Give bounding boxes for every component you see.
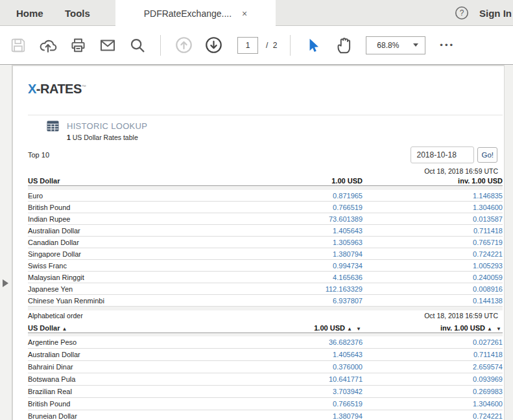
page-number-input[interactable] — [237, 37, 258, 54]
inverse-rate-link[interactable]: 0.711418 — [363, 351, 503, 358]
usd-rate-link[interactable]: 1.305963 — [265, 239, 363, 246]
top10-table-body: Euro 0.871965 1.146835 British Pound 0.7… — [28, 190, 503, 307]
inverse-rate-link[interactable]: 0.013587 — [363, 215, 503, 223]
inverse-rate-link[interactable]: 0.027261 — [363, 338, 503, 346]
inverse-rate-link[interactable]: 2.659574 — [363, 363, 503, 371]
section-subtitle: 1 US Dollar Rates table — [28, 134, 503, 142]
column-header-inverse-sortable[interactable]: inv. 1.00 USD▲ ▼ — [363, 324, 503, 332]
table-count: 1 — [67, 134, 71, 141]
expand-panel-icon[interactable] — [3, 279, 8, 287]
inverse-rate-link[interactable]: 1.304600 — [363, 400, 503, 408]
usd-rate-link[interactable]: 1.380794 — [265, 412, 363, 420]
table-row: Australian Dollar 1.405643 0.711418 — [28, 349, 503, 361]
usd-rate-link[interactable]: 1.405643 — [265, 227, 363, 235]
date-input[interactable] — [411, 146, 474, 163]
table-row: Canadian Dollar 1.305963 0.765719 — [28, 237, 503, 248]
usd-rate-link[interactable]: 36.682376 — [265, 338, 363, 346]
inverse-rate-link[interactable]: 0.144138 — [363, 297, 503, 305]
table-row: Bahraini Dinar 0.376000 2.659574 — [28, 361, 503, 373]
table-row: Singapore Dollar 1.380794 0.724221 — [28, 248, 503, 260]
currency-name: Euro — [28, 192, 265, 200]
usd-rate-link[interactable]: 0.871965 — [265, 192, 363, 200]
usd-rate-link[interactable]: 6.937807 — [265, 297, 363, 305]
tab-tools[interactable]: Tools — [65, 0, 90, 26]
toolbar: / 2 68.8% ••• — [0, 26, 513, 65]
search-button[interactable] — [126, 34, 149, 56]
inverse-rate-link[interactable]: 0.711418 — [363, 227, 503, 235]
save-button[interactable] — [7, 34, 29, 56]
currency-name: Malaysian Ringgit — [28, 274, 265, 281]
zoom-level-dropdown[interactable]: 68.8% — [366, 36, 425, 54]
currency-name: Indian Rupee — [28, 215, 265, 223]
usd-rate-link[interactable]: 4.165636 — [265, 274, 363, 281]
print-button[interactable] — [67, 34, 89, 56]
sort-arrows-icon[interactable]: ▲ — [62, 326, 69, 332]
inverse-rate-link[interactable]: 0.240059 — [363, 274, 503, 281]
column-header-currency-sortable[interactable]: US Dollar▲ — [28, 324, 265, 332]
tab-home[interactable]: Home — [16, 0, 43, 26]
previous-page-button[interactable] — [173, 34, 195, 56]
inverse-rate-link[interactable]: 0.093969 — [363, 375, 503, 383]
logo-rates: -RATES — [36, 82, 82, 96]
usd-rate-link[interactable]: 0.766519 — [265, 400, 363, 408]
usd-rate-link[interactable]: 0.376000 — [265, 363, 363, 371]
table-row: Japanese Yen 112.163329 0.008916 — [28, 283, 503, 295]
usd-rate-link[interactable]: 1.380794 — [265, 250, 363, 258]
table-count-label: US Dollar Rates table — [73, 134, 138, 141]
section-title: HISTORIC LOOKUP — [67, 121, 147, 131]
top10-table-header: US Dollar 1.00 USD inv. 1.00 USD — [28, 176, 503, 186]
hand-tool-button[interactable] — [332, 34, 354, 56]
pdf-page: X-RATES™ — [13, 66, 504, 420]
column-header-usd-sortable[interactable]: 1.00 USD▲ ▼ — [265, 324, 363, 332]
more-tools-button[interactable]: ••• — [440, 40, 455, 50]
timestamp: Oct 18, 2018 16:59 UTC — [424, 312, 503, 320]
alphabetical-table-body: Argentine Peso 36.682376 0.027261 Austra… — [28, 336, 503, 420]
select-tool-button[interactable] — [302, 34, 324, 56]
sort-arrows-icon[interactable]: ▲ ▼ — [347, 326, 363, 332]
inverse-rate-link[interactable]: 1.146835 — [363, 192, 503, 200]
help-button[interactable]: ? — [455, 6, 469, 20]
document-viewport: X-RATES™ — [0, 65, 513, 420]
usd-rate-link[interactable]: 112.163329 — [265, 285, 363, 293]
table-row: Australian Dollar 1.405643 0.711418 — [28, 225, 503, 237]
usd-rate-link[interactable]: 10.641771 — [265, 375, 363, 383]
document-tab-title: PDFRateExchange.... — [144, 8, 232, 19]
currency-name: Chinese Yuan Renminbi — [28, 297, 265, 305]
inverse-rate-link[interactable]: 0.724221 — [363, 412, 503, 420]
inverse-rate-link[interactable]: 1.304600 — [363, 204, 503, 211]
currency-name: Singapore Dollar — [28, 250, 265, 258]
usd-rate-link[interactable]: 3.703942 — [265, 388, 363, 395]
inverse-rate-link[interactable]: 0.269983 — [363, 388, 503, 395]
currency-name: Bruneian Dollar — [28, 412, 265, 420]
column-header-inverse: inv. 1.00 USD — [363, 177, 503, 185]
historic-lookup-module: HISTORIC LOOKUP 1 US Dollar Rates table — [28, 115, 503, 142]
currency-name: British Pound — [28, 204, 265, 211]
inverse-rate-link[interactable]: 0.008916 — [363, 285, 503, 293]
currency-name: Swiss Franc — [28, 262, 265, 270]
go-button[interactable]: Go! — [477, 147, 497, 163]
page-total-label: / 2 — [266, 41, 278, 50]
logo-x: X — [28, 82, 36, 96]
currency-name: Australian Dollar — [28, 227, 265, 235]
table-row: British Pound 0.766519 1.304600 — [28, 202, 503, 213]
close-tab-icon[interactable]: × — [242, 8, 247, 19]
table-row: Indian Rupee 73.601389 0.013587 — [28, 213, 503, 225]
usd-rate-link[interactable]: 0.994734 — [265, 262, 363, 270]
cloud-upload-button[interactable] — [37, 34, 59, 56]
zoom-level-value: 68.8% — [377, 41, 413, 50]
sign-in-button[interactable]: Sign In — [479, 0, 513, 26]
document-tab[interactable]: PDFRateExchange.... × — [115, 0, 276, 27]
inverse-rate-link[interactable]: 0.765719 — [363, 239, 503, 246]
email-button[interactable] — [97, 34, 119, 56]
sort-arrows-icon[interactable]: ▲ ▼ — [487, 326, 503, 332]
inverse-rate-link[interactable]: 1.005293 — [363, 262, 503, 270]
usd-rate-link[interactable]: 0.766519 — [265, 204, 363, 211]
table-row: Swiss Franc 0.994734 1.005293 — [28, 260, 503, 272]
next-page-button[interactable] — [202, 34, 224, 56]
usd-rate-link[interactable]: 1.405643 — [265, 351, 363, 358]
currency-name: Botswana Pula — [28, 375, 265, 383]
usd-rate-link[interactable]: 73.601389 — [265, 215, 363, 223]
timestamp: Oct 18, 2018 16:59 UTC — [28, 167, 503, 176]
scrollbar[interactable] — [504, 65, 513, 420]
inverse-rate-link[interactable]: 0.724221 — [363, 250, 503, 258]
